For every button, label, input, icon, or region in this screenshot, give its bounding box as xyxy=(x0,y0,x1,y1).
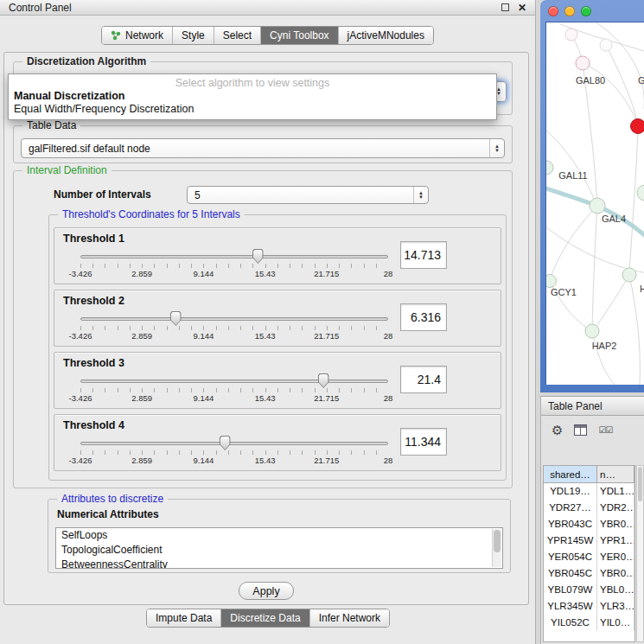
node-table: shared… n… YDL19… YDL1… YDR27… YDR2… YBR… xyxy=(543,465,635,642)
close-icon[interactable]: ✕ xyxy=(518,3,526,13)
table-row[interactable]: YLR345W YLR3… xyxy=(544,598,634,615)
tick-label: 2.859 xyxy=(131,393,152,403)
network-graph: GAL80 GAL11 GAL4 GCY1 HAP2 GA H xyxy=(546,22,644,385)
table-scrollbar[interactable] xyxy=(636,465,644,642)
cell[interactable]: YDR27… xyxy=(544,500,597,516)
table-row[interactable]: YIL052C YIL0… xyxy=(544,615,634,631)
tick-label: 15.43 xyxy=(255,456,276,465)
threshold-1-value-field[interactable]: 14.713 xyxy=(400,241,447,269)
threshold-2-panel: Threshold 2 -3.426 2.859 9.144 15.43 21.… xyxy=(54,290,501,347)
table-panel-title: Table Panel xyxy=(548,400,603,412)
network-canvas[interactable]: GAL80 GAL11 GAL4 GCY1 HAP2 GA H xyxy=(545,22,644,385)
tab-label: Cyni Toolbox xyxy=(270,29,328,41)
node-label: H xyxy=(640,284,644,294)
slider-scale: -3.426 2.859 9.144 15.43 21.715 28 xyxy=(80,331,388,341)
cell[interactable]: YBR045C xyxy=(544,565,597,582)
slider-thumb[interactable] xyxy=(170,311,182,326)
node xyxy=(622,268,636,282)
dropdown-placeholder-item[interactable]: Select algorithm to view settings xyxy=(9,77,496,90)
float-window-icon[interactable] xyxy=(501,3,509,11)
cell[interactable]: YIL052C xyxy=(544,615,597,631)
node-label: HAP2 xyxy=(592,341,617,351)
columns-icon[interactable] xyxy=(574,424,587,436)
tab-network[interactable]: Network xyxy=(102,27,172,44)
tab-infer-network[interactable]: Infer Network xyxy=(309,609,389,627)
slider-track[interactable] xyxy=(80,317,388,321)
cell[interactable]: YPR145W xyxy=(544,532,597,549)
threshold-3-value-field[interactable]: 21.4 xyxy=(400,366,447,393)
cell[interactable]: YIL0… xyxy=(597,615,634,631)
node xyxy=(590,198,605,214)
threshold-1-slider[interactable]: -3.426 2.859 9.144 15.43 21.715 28 xyxy=(80,247,388,284)
slider-thumb[interactable] xyxy=(252,249,264,264)
control-panel-titlebar[interactable]: Control Panel ✕ xyxy=(0,0,535,16)
cell[interactable]: YDL19… xyxy=(544,483,597,500)
tab-cyni-toolbox[interactable]: Cyni Toolbox xyxy=(260,27,337,44)
threshold-label: Threshold 4 xyxy=(63,419,124,431)
table-row[interactable]: YDL19… YDL1… xyxy=(544,483,634,500)
table-row[interactable]: YBL079W YBL0… xyxy=(544,582,634,598)
numerical-attributes-list[interactable]: SelfLoops TopologicalCoefficient Between… xyxy=(55,527,503,569)
slider-ticks xyxy=(80,326,388,330)
close-traffic-light[interactable] xyxy=(548,6,558,16)
slider-thumb[interactable] xyxy=(220,436,231,450)
table-row[interactable]: YER054C YER0… xyxy=(544,549,634,565)
slider-track[interactable] xyxy=(80,442,388,445)
tab-select[interactable]: Select xyxy=(214,27,260,44)
network-window-titlebar[interactable] xyxy=(540,0,644,22)
zoom-traffic-light[interactable] xyxy=(581,6,591,16)
slider-thumb[interactable] xyxy=(318,373,329,388)
tab-impute-data[interactable]: Impute Data xyxy=(147,609,220,627)
threshold-2-value-field[interactable]: 6.316 xyxy=(400,303,447,331)
threshold-2-slider[interactable]: -3.426 2.859 9.144 15.43 21.715 28 xyxy=(80,309,388,346)
table-row[interactable]: YBR045C YBR0… xyxy=(544,565,634,582)
list-item[interactable]: BetweennessCentrality xyxy=(56,558,502,569)
list-item[interactable]: SelfLoops xyxy=(56,528,502,543)
table-data-select[interactable]: galFiltered.sif default node ▲▼ xyxy=(21,138,505,158)
cell[interactable]: YLR3… xyxy=(597,598,634,615)
gear-icon[interactable]: ⚙ xyxy=(552,424,563,437)
apply-button[interactable]: Apply xyxy=(239,582,294,600)
column-header-name[interactable]: n… xyxy=(597,466,634,483)
table-row[interactable]: YDR27… YDR2… xyxy=(544,500,634,516)
tab-label: Style xyxy=(182,29,205,41)
tab-style[interactable]: Style xyxy=(172,27,214,44)
cell[interactable]: YDL1… xyxy=(597,483,634,500)
threshold-3-panel: Threshold 3 -3.426 2.859 9.144 15.43 21.… xyxy=(54,352,501,409)
table-row[interactable]: YPR145W YPR1… xyxy=(544,532,634,549)
network-icon xyxy=(111,30,121,41)
threshold-3-slider[interactable]: -3.426 2.859 9.144 15.43 21.715 28 xyxy=(80,372,388,408)
slider-track[interactable] xyxy=(80,379,388,383)
dropdown-option-equal-width[interactable]: Equal Width/Frequency Discretization xyxy=(9,103,496,116)
cell[interactable]: YER0… xyxy=(597,549,634,565)
table-row[interactable]: YBR043C YBR0… xyxy=(544,516,634,532)
select-columns-icon[interactable]: ☑☑ xyxy=(598,425,612,435)
cell[interactable]: YPR1… xyxy=(597,532,634,549)
num-intervals-select[interactable]: 5 ▲▼ xyxy=(187,186,429,204)
tick-label: 15.43 xyxy=(255,331,276,341)
group-title: Table Data xyxy=(22,119,80,131)
threshold-4-slider[interactable]: -3.426 2.859 9.144 15.43 21.715 28 xyxy=(80,434,388,470)
threshold-label: Threshold 3 xyxy=(63,357,124,369)
table-data-group: Table Data galFiltered.sif default node … xyxy=(13,125,513,163)
cell[interactable]: YDR2… xyxy=(597,500,634,516)
column-header-shared-name[interactable]: shared… xyxy=(544,466,597,483)
cell[interactable]: YBR043C xyxy=(544,516,597,532)
cell[interactable]: YBR0… xyxy=(597,516,634,532)
tab-label: Select xyxy=(223,29,252,41)
threshold-4-value-field[interactable]: 11.344 xyxy=(400,428,447,456)
slider-track[interactable] xyxy=(80,255,388,258)
minimize-traffic-light[interactable] xyxy=(564,6,575,16)
dropdown-option-manual-discretization[interactable]: Manual Discretization xyxy=(9,90,496,103)
cell[interactable]: YLR345W xyxy=(544,598,597,615)
tab-jactivemnodules[interactable]: jActiveMNodules xyxy=(338,27,433,44)
list-item[interactable]: TopologicalCoefficient xyxy=(56,543,502,558)
cell[interactable]: YBR0… xyxy=(597,565,634,582)
tick-label: 2.859 xyxy=(131,331,152,341)
tab-discretize-data[interactable]: Discretize Data xyxy=(220,609,309,627)
cell[interactable]: YBL0… xyxy=(597,582,634,598)
cell[interactable]: YBL079W xyxy=(544,582,597,598)
cell[interactable]: YER054C xyxy=(544,549,597,565)
table-panel-header[interactable]: Table Panel xyxy=(541,396,644,416)
list-scrollbar[interactable] xyxy=(492,529,501,567)
